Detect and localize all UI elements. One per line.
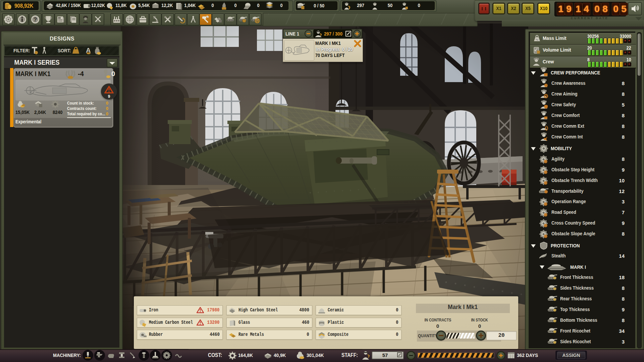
- svg-text:?: ?: [34, 16, 37, 23]
- svg-text:Kg: Kg: [536, 39, 538, 41]
